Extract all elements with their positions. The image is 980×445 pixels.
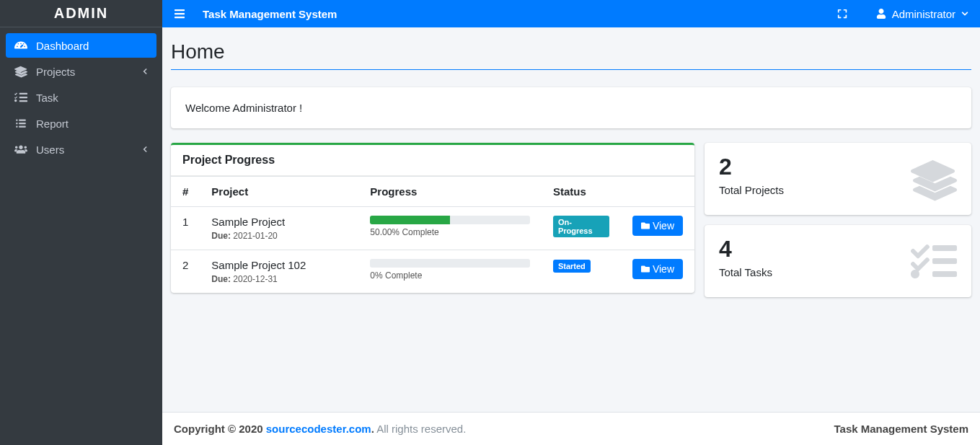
menu-toggle-button[interactable] [174,8,185,19]
chevron-down-icon [961,10,968,17]
progress-label: 0% Complete [370,270,530,281]
project-progress-card: Project Progress # Project Progress Stat… [171,143,694,293]
sidebar-item-label: Task [36,92,58,104]
table-row: 1Sample ProjectDue: 2021-01-2050.00% Com… [171,207,694,250]
user-menu[interactable]: Administrator [876,8,968,20]
copyright-text: Copyright © 2020 [174,423,266,435]
progress-bar [370,216,530,224]
progress-bar [370,259,530,268]
col-progress: Progress [358,177,542,207]
status-badge: On-Progress [553,216,609,237]
sidebar-item-label: Report [36,118,69,130]
project-due: Due: 2020-12-31 [211,274,347,284]
view-button[interactable]: View [632,216,683,236]
footer-right: Task Management System [834,423,968,435]
layer-group-icon [911,156,957,202]
project-due: Due: 2021-01-20 [211,231,347,241]
sidebar-item-label: Dashboard [36,40,89,52]
sidebar-item-label: Users [36,144,64,156]
project-name: Sample Project [211,216,347,228]
sidebar-item-report[interactable]: Report [6,111,156,136]
chevron-left-icon [142,68,148,75]
sidebar-nav: Dashboard Projects Task [0,27,162,169]
footer: Copyright © 2020 sourcecodester.com. All… [162,412,980,445]
row-num: 1 [171,207,200,250]
user-name: Administrator [892,8,955,20]
col-num: # [171,177,200,207]
projects-table: # Project Progress Status 1Sample Projec… [171,176,694,293]
card-header: Project Progress [171,145,694,176]
sidebar-item-users[interactable]: Users [6,137,156,162]
tasks-icon [14,91,30,104]
sidebar: ADMIN Dashboard Projects [0,0,162,445]
tachometer-icon [14,39,30,52]
sidebar-item-task[interactable]: Task [6,85,156,110]
tasks-icon [911,238,957,284]
list-icon [14,117,30,130]
layer-group-icon [14,65,30,78]
rights-text: All rights reserved. [374,423,467,435]
welcome-text: Welcome Administrator ! [185,102,302,114]
content: Home Welcome Administrator ! Project Pro… [162,27,980,395]
fullscreen-button[interactable] [837,9,847,19]
col-status: Status [542,177,621,207]
user-icon [876,9,886,19]
divider [171,69,971,70]
table-row: 2Sample Project 102Due: 2020-12-310% Com… [171,250,694,294]
progress-label: 50.00% Complete [370,227,530,237]
view-button[interactable]: View [632,259,683,279]
col-project: Project [200,177,358,207]
page-title: Home [171,36,971,69]
sidebar-item-projects[interactable]: Projects [6,59,156,84]
brand-logo: ADMIN [0,0,162,27]
project-name: Sample Project 102 [211,259,347,271]
top-header: Task Management System Administrator [162,0,980,27]
folder-icon [641,221,650,230]
users-icon [14,143,30,156]
status-badge: Started [553,260,591,273]
folder-icon [641,265,650,273]
chevron-left-icon [142,146,148,153]
footer-link[interactable]: sourcecodester.com [266,423,371,435]
stat-projects: 2 Total Projects [705,143,971,215]
row-num: 2 [171,250,200,294]
app-title: Task Management System [203,8,337,20]
welcome-card: Welcome Administrator ! [171,87,971,128]
sidebar-item-dashboard[interactable]: Dashboard [6,33,156,58]
main-area: Task Management System Administrator Hom… [162,0,980,445]
stat-tasks: 4 Total Tasks [705,225,971,297]
sidebar-item-label: Projects [36,66,75,78]
